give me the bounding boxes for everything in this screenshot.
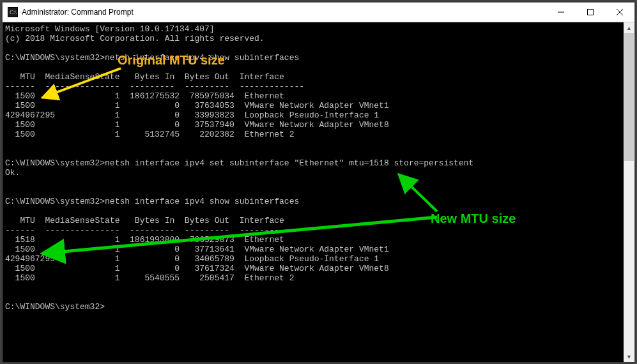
close-button[interactable] [605,3,634,22]
terminal-output[interactable]: Microsoft Windows [Version 10.0.17134.40… [5,24,632,360]
maximize-button[interactable] [576,3,605,22]
vertical-scrollbar[interactable]: ▲ ▼ [624,22,634,362]
callout-original-mtu: Original MTU size [118,53,225,68]
titlebar[interactable]: C:\ Administrator: Command Prompt [3,3,634,22]
scroll-down-arrow[interactable]: ▼ [624,351,634,362]
client-area: Microsoft Windows [Version 10.0.17134.40… [3,22,634,362]
window-buttons [546,3,634,22]
svg-text:C:\: C:\ [10,9,17,15]
svg-rect-4 [588,10,594,15]
command-prompt-window: C:\ Administrator: Command Prompt Micros… [2,2,635,362]
minimize-button[interactable] [546,3,576,22]
scroll-up-arrow[interactable]: ▲ [624,22,634,33]
window-title: Administrator: Command Prompt [22,8,546,17]
callout-new-mtu: New MTU size [431,211,516,226]
scroll-thumb[interactable] [624,33,634,161]
cmd-icon: C:\ [8,7,18,17]
